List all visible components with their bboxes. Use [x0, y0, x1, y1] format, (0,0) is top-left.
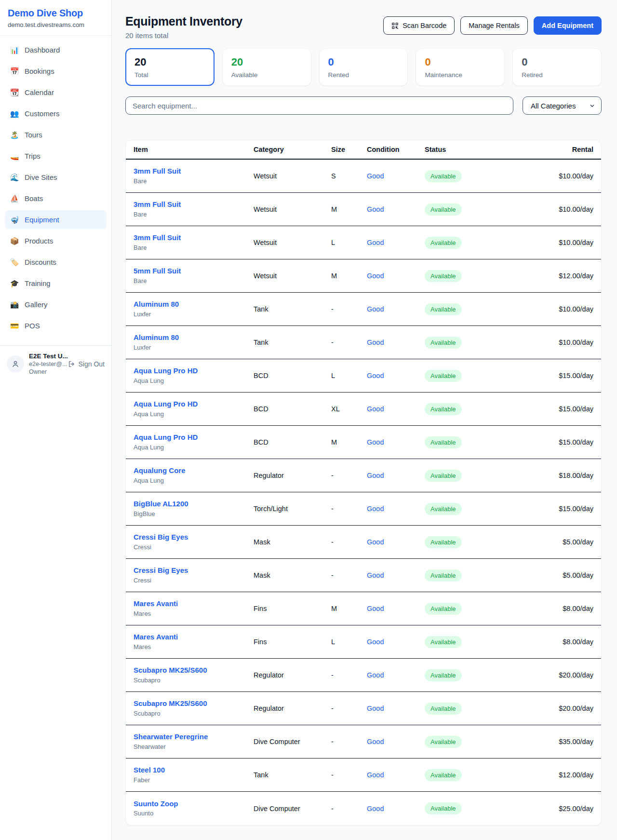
- condition-link[interactable]: Good: [367, 339, 425, 346]
- table-row[interactable]: Mares Avanti Mares Fins M Good Available…: [126, 592, 601, 625]
- manage-rentals-label: Manage Rentals: [469, 22, 520, 29]
- condition-link[interactable]: Good: [367, 638, 425, 646]
- condition-link[interactable]: Good: [367, 405, 425, 413]
- table-row[interactable]: 5mm Full Suit Bare Wetsuit M Good Availa…: [126, 259, 601, 293]
- item-name-link[interactable]: Aluminum 80: [134, 299, 254, 309]
- table-row[interactable]: Mares Avanti Mares Fins L Good Available…: [126, 625, 601, 659]
- table-row[interactable]: 3mm Full Suit Bare Wetsuit S Good Availa…: [126, 160, 601, 193]
- item-name-link[interactable]: Shearwater Peregrine: [134, 732, 254, 742]
- condition-link[interactable]: Good: [367, 738, 425, 745]
- sign-out-button[interactable]: Sign Out: [68, 360, 105, 368]
- condition-link[interactable]: Good: [367, 538, 425, 546]
- sidebar-item-discounts[interactable]: 🏷️ Discounts: [5, 253, 107, 271]
- table-row[interactable]: Scubapro MK25/S600 Scubapro Regulator - …: [126, 692, 601, 725]
- condition-link[interactable]: Good: [367, 305, 425, 313]
- item-name-link[interactable]: Mares Avanti: [134, 632, 254, 642]
- table-body: 3mm Full Suit Bare Wetsuit S Good Availa…: [126, 160, 601, 825]
- sidebar-item-calendar[interactable]: 📆 Calendar: [5, 83, 107, 102]
- sidebar-item-equipment[interactable]: 🤿 Equipment: [5, 210, 107, 229]
- item-name-link[interactable]: 3mm Full Suit: [134, 233, 254, 243]
- sidebar-item-training[interactable]: 🎓 Training: [5, 274, 107, 293]
- item-name-link[interactable]: Aluminum 80: [134, 333, 254, 342]
- stat-card-total[interactable]: 20 Total: [125, 48, 215, 86]
- table-row[interactable]: 3mm Full Suit Bare Wetsuit M Good Availa…: [126, 193, 601, 226]
- item-name-link[interactable]: BigBlue AL1200: [134, 499, 254, 509]
- table-row[interactable]: Aqua Lung Pro HD Aqua Lung BCD XL Good A…: [126, 393, 601, 426]
- rental-cell: $18.00/day: [507, 472, 593, 479]
- scan-barcode-button[interactable]: Scan Barcode: [383, 16, 455, 35]
- sidebar-item-dashboard[interactable]: 📊 Dashboard: [5, 41, 107, 59]
- condition-link[interactable]: Good: [367, 438, 425, 446]
- condition-link[interactable]: Good: [367, 239, 425, 246]
- manage-rentals-button[interactable]: Manage Rentals: [460, 16, 528, 35]
- sidebar-item-gallery[interactable]: 📸 Gallery: [5, 295, 107, 314]
- condition-link[interactable]: Good: [367, 571, 425, 579]
- size-cell: XL: [331, 405, 367, 413]
- condition-link[interactable]: Good: [367, 205, 425, 213]
- table-row[interactable]: Steel 100 Faber Tank - Good Available $1…: [126, 759, 601, 792]
- condition-link[interactable]: Good: [367, 605, 425, 612]
- stat-card-maintenance[interactable]: 0 Maintenance: [416, 48, 505, 86]
- sidebar-item-label: Training: [25, 279, 51, 287]
- item-brand: Aqua Lung: [134, 477, 254, 485]
- table-row[interactable]: Shearwater Peregrine Shearwater Dive Com…: [126, 725, 601, 759]
- table-row[interactable]: 3mm Full Suit Bare Wetsuit L Good Availa…: [126, 226, 601, 259]
- condition-link[interactable]: Good: [367, 272, 425, 280]
- sidebar-item-boats[interactable]: ⛵ Boats: [5, 189, 107, 208]
- item-name-link[interactable]: Aqua Lung Pro HD: [134, 399, 254, 409]
- sidebar-item-dive-sites[interactable]: 🌊 Dive Sites: [5, 168, 107, 187]
- table-row[interactable]: Aqualung Core Aqua Lung Regulator - Good…: [126, 459, 601, 492]
- condition-link[interactable]: Good: [367, 705, 425, 712]
- table-row[interactable]: Aqua Lung Pro HD Aqua Lung BCD M Good Av…: [126, 426, 601, 459]
- item-name-link[interactable]: Scubapro MK25/S600: [134, 665, 254, 675]
- table-row[interactable]: Scubapro MK25/S600 Scubapro Regulator - …: [126, 659, 601, 692]
- item-brand: Aqua Lung: [134, 410, 254, 419]
- main-content: Equipment Inventory 20 items total Scan …: [112, 0, 617, 840]
- table-row[interactable]: Cressi Big Eyes Cressi Mask - Good Avail…: [126, 559, 601, 592]
- item-brand: Mares: [134, 610, 254, 618]
- stat-card-rented[interactable]: 0 Rented: [319, 48, 408, 86]
- sidebar-item-trips[interactable]: 🚤 Trips: [5, 147, 107, 165]
- item-name-link[interactable]: Aqua Lung Pro HD: [134, 433, 254, 442]
- category-cell: Tank: [254, 305, 331, 313]
- item-name-link[interactable]: Scubapro MK25/S600: [134, 699, 254, 708]
- condition-link[interactable]: Good: [367, 372, 425, 379]
- item-name-link[interactable]: 5mm Full Suit: [134, 266, 254, 276]
- size-cell: M: [331, 272, 367, 280]
- sidebar-item-tours[interactable]: 🏝️ Tours: [5, 125, 107, 144]
- search-input[interactable]: [125, 96, 513, 115]
- tear-off-calendar-icon: 📆: [10, 88, 19, 97]
- table-row[interactable]: BigBlue AL1200 BigBlue Torch/Light - Goo…: [126, 492, 601, 526]
- item-name-link[interactable]: Cressi Big Eyes: [134, 532, 254, 542]
- sidebar-item-bookings[interactable]: 📅 Bookings: [5, 62, 107, 81]
- status-badge: Available: [425, 403, 462, 415]
- item-name-link[interactable]: 3mm Full Suit: [134, 166, 254, 176]
- condition-link[interactable]: Good: [367, 472, 425, 479]
- item-name-link[interactable]: Aqua Lung Pro HD: [134, 366, 254, 376]
- item-name-link[interactable]: Cressi Big Eyes: [134, 566, 254, 575]
- item-name-link[interactable]: Mares Avanti: [134, 599, 254, 609]
- table-row[interactable]: Aluminum 80 Luxfer Tank - Good Available…: [126, 326, 601, 359]
- item-name-link[interactable]: Suunto Zoop: [134, 799, 254, 809]
- condition-link[interactable]: Good: [367, 172, 425, 180]
- condition-link[interactable]: Good: [367, 805, 425, 813]
- table-row[interactable]: Suunto Zoop Suunto Dive Computer - Good …: [126, 792, 601, 825]
- category-select[interactable]: All Categories: [523, 96, 602, 115]
- condition-link[interactable]: Good: [367, 671, 425, 679]
- condition-link[interactable]: Good: [367, 771, 425, 779]
- sidebar-item-pos[interactable]: 💳 POS: [5, 316, 107, 335]
- sidebar-item-customers[interactable]: 👥 Customers: [5, 104, 107, 123]
- stat-card-retired[interactable]: 0 Retired: [512, 48, 602, 86]
- table-row[interactable]: Aqua Lung Pro HD Aqua Lung BCD L Good Av…: [126, 359, 601, 393]
- condition-link[interactable]: Good: [367, 505, 425, 513]
- table-row[interactable]: Aluminum 80 Luxfer Tank - Good Available…: [126, 293, 601, 326]
- sidebar-item-products[interactable]: 📦 Products: [5, 231, 107, 250]
- shop-name[interactable]: Demo Dive Shop: [8, 8, 104, 19]
- table-row[interactable]: Cressi Big Eyes Cressi Mask - Good Avail…: [126, 526, 601, 559]
- item-name-link[interactable]: Steel 100: [134, 765, 254, 775]
- add-equipment-button[interactable]: Add Equipment: [534, 16, 602, 35]
- stat-card-available[interactable]: 20 Available: [222, 48, 311, 86]
- category-cell: Dive Computer: [254, 805, 331, 813]
- item-name-link[interactable]: 3mm Full Suit: [134, 200, 254, 209]
- item-name-link[interactable]: Aqualung Core: [134, 466, 254, 475]
